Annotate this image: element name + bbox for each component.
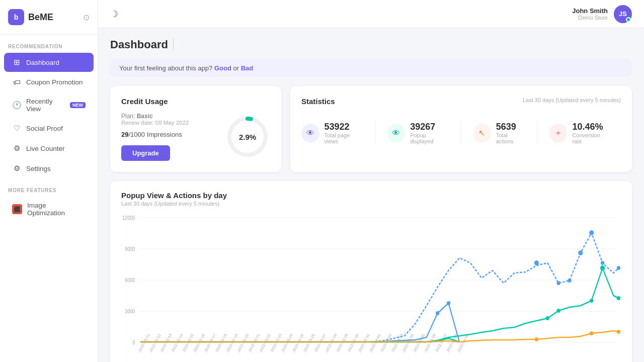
feedback-good-link[interactable]: Good [214, 64, 231, 72]
coupon-icon: 🏷 [12, 78, 21, 86]
pv-dot [534, 260, 539, 265]
recommendation-label: RECOMMENDATION [0, 35, 98, 52]
avatar[interactable]: JS [614, 5, 632, 23]
feedback-banner: Your first feeling about this app? Good … [110, 59, 632, 77]
sidebar-item-label-recent: Recently View [26, 98, 65, 113]
popup-displayed-label: Popup displayed [410, 132, 448, 144]
page-content: Dashboard Your first feeling about this … [98, 28, 644, 362]
main-content: ☽ John Smith Demo Store JS Dashboard You… [98, 0, 644, 362]
renew-date: Renew date: 09 May 2022 [121, 120, 213, 126]
pd-dot [546, 316, 549, 320]
stat-page-views-info: 53922 Total page views [325, 122, 363, 144]
chart-subtitle: Last 30 days (Updated every 5 minutes) [121, 201, 621, 207]
pv-dot [556, 281, 560, 285]
sidebar-item-label-imgopt: Image Optimization [27, 202, 86, 217]
stats-row: 👁 53922 Total page views 👁 39267 Popup d… [301, 122, 621, 144]
plan-label-text: Plan: [121, 113, 135, 120]
sidebar-item-recently-view[interactable]: 🕐 Recently View New [4, 93, 94, 118]
app-name: BeME [28, 12, 53, 23]
title-divider [173, 39, 174, 51]
pd-dot [600, 265, 605, 270]
stat-popup-displayed: 👁 39267 Popup displayed [375, 122, 461, 144]
page-views-label: Total page views [325, 132, 363, 144]
user-store: Demo Store [572, 15, 608, 21]
stat-total-actions-info: 5639 Total actions [496, 122, 525, 144]
conversion-value: 10.46% [572, 122, 609, 132]
pd-dot [556, 309, 560, 313]
impressions-row: 29/1000 Impressions [121, 131, 213, 138]
sidebar-item-label-settings: Settings [26, 165, 51, 172]
pv-dot [617, 266, 620, 270]
statistics-card: Statistics Last 30 days (Updated every 5… [290, 86, 632, 172]
svg-text:0: 0 [132, 340, 135, 345]
avatar-initials: JS [619, 10, 627, 18]
pv-dot [436, 311, 439, 315]
donut-chart: 2.9% [225, 114, 270, 159]
svg-text:6000: 6000 [125, 278, 135, 283]
total-actions-icon: ↖ [473, 124, 491, 143]
stat-popup-displayed-info: 39267 Popup displayed [410, 122, 448, 144]
pv-dot [447, 301, 450, 305]
credit-body: Plan: Basic Renew date: 09 May 2022 29/1… [121, 113, 270, 161]
sidebar-item-label-dashboard: Dashboard [26, 59, 59, 66]
plan-row: Plan: Basic [121, 113, 213, 120]
chart-card: Popup View & Actions by day Last 30 days… [110, 181, 632, 362]
stats-header: Statistics Last 30 days (Updated every 5… [301, 97, 621, 113]
credit-info: Plan: Basic Renew date: 09 May 2022 29/1… [121, 113, 213, 161]
feedback-or: or [233, 64, 240, 72]
image-opt-icon: ⬛ [12, 204, 22, 214]
chart-svg: 12000 9000 6000 3000 0 2022-03-11 2022-0… [121, 213, 621, 358]
page-title-row: Dashboard [110, 38, 632, 51]
credit-usage-title: Credit Usage [121, 97, 270, 106]
pa-dot [617, 330, 620, 334]
conversion-label: Conversion rate [572, 132, 609, 144]
stat-total-actions: ↖ 5639 Total actions [461, 122, 537, 144]
credit-usage-card: Credit Usage Plan: Basic Renew date: 09 … [110, 86, 281, 172]
donut-percentage: 2.9% [239, 133, 256, 141]
pv-dot [601, 261, 604, 265]
conversion-icon: ÷ [549, 124, 568, 143]
feedback-bad-link[interactable]: Bad [241, 64, 254, 72]
stat-page-views: 👁 53922 Total page views [301, 122, 375, 144]
feedback-text: Your first feeling about this app? [119, 64, 212, 72]
topbar-settings-icon[interactable]: ⊙ [83, 13, 90, 22]
pv-dot [589, 230, 594, 235]
dark-mode-icon[interactable]: ☽ [110, 9, 118, 20]
sidebar-item-dashboard[interactable]: ⊞ Dashboard [4, 53, 94, 72]
sidebar-item-coupon-promotion[interactable]: 🏷 Coupon Promotion [4, 73, 94, 92]
topbar: ☽ John Smith Demo Store JS [98, 0, 644, 28]
stat-conversion-info: 10.46% Conversion rate [572, 122, 609, 144]
sidebar-item-settings[interactable]: ⚙ Settings [4, 159, 94, 178]
total-actions-label: Total actions [496, 132, 525, 144]
popup-displayed-icon: 👁 [387, 124, 406, 143]
popup-display-line-extended [371, 268, 618, 342]
cards-row: Credit Usage Plan: Basic Renew date: 09 … [110, 86, 632, 172]
stats-updated: Last 30 days (Updated every 5 minutes) [523, 97, 621, 103]
sidebar-item-image-optimization[interactable]: ⬛ Image Optimization [4, 197, 94, 222]
impressions-used: 29 [121, 131, 128, 138]
svg-text:9000: 9000 [125, 246, 135, 252]
page-title: Dashboard [110, 38, 168, 51]
total-actions-value: 5639 [496, 122, 525, 132]
plan-name: Basic [137, 113, 153, 120]
page-view-line-extended [371, 233, 618, 342]
pv-dot [568, 279, 571, 283]
stats-title: Statistics [301, 97, 335, 106]
pa-dot [590, 331, 593, 335]
upgrade-button[interactable]: Upgrade [121, 145, 170, 161]
pd-dot [617, 296, 620, 300]
pa-dot [535, 337, 538, 341]
dashboard-icon: ⊞ [12, 58, 21, 67]
avatar-online-dot [626, 17, 631, 22]
page-views-icon: 👁 [301, 124, 319, 143]
sidebar-item-live-counter[interactable]: ⚙ Live Counter [4, 139, 94, 158]
svg-text:3000: 3000 [125, 309, 135, 314]
stat-conversion: ÷ 10.46% Conversion rate [537, 122, 621, 144]
topbar-right: John Smith Demo Store JS [572, 5, 632, 23]
chart-area: 12000 9000 6000 3000 0 2022-03-11 2022-0… [121, 213, 621, 362]
logo-icon: b [8, 9, 24, 25]
page-views-value: 53922 [325, 122, 363, 132]
chart-title: Popup View & Actions by day [121, 191, 621, 200]
counter-icon: ⚙ [12, 144, 21, 153]
sidebar-item-social-proof[interactable]: ♡ Social Proof [4, 119, 94, 138]
